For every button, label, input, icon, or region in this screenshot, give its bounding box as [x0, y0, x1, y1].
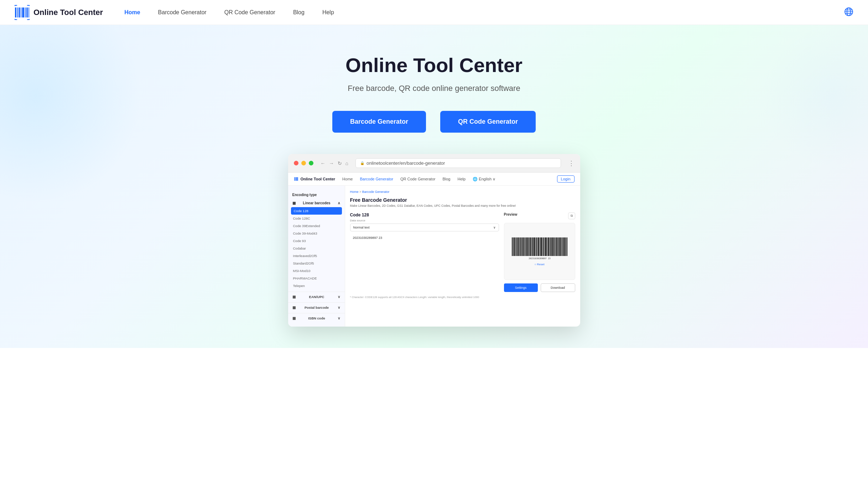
mockup-sidebar: Encoding type ▦ Linear barcodes ∧ Code 1…: [288, 186, 345, 327]
svg-rect-37: [530, 237, 531, 256]
data-source-select[interactable]: Normal text ∨: [350, 224, 499, 231]
refresh-icon[interactable]: ↻: [338, 160, 342, 166]
svg-rect-7: [28, 7, 29, 17]
mockup-nav-help[interactable]: Help: [457, 177, 466, 181]
mockup-nav-barcode[interactable]: Barcode Generator: [360, 177, 393, 181]
barcode-generator-button[interactable]: Barcode Generator: [332, 111, 426, 133]
svg-rect-5: [25, 7, 26, 17]
hero-section: Online Tool Center Free barcode, QR code…: [0, 25, 868, 348]
preview-copy-button[interactable]: ⧉: [568, 212, 575, 219]
svg-rect-55: [548, 237, 549, 256]
nav-blog[interactable]: Blog: [293, 9, 305, 16]
nav-home[interactable]: Home: [124, 9, 140, 16]
svg-rect-62: [556, 237, 556, 256]
sidebar-item-msi[interactable]: MSI-Mod10: [288, 267, 345, 275]
breadcrumb-current: Barcode Generator: [362, 190, 390, 194]
sidebar-item-code128c[interactable]: Code 128C: [288, 215, 345, 222]
hero-buttons: Barcode Generator QR Code Generator: [332, 111, 536, 133]
expand-icon2: ∨: [338, 306, 340, 309]
mockup-barcode-icon: [294, 176, 299, 181]
encoding-type-label: Encoding type: [288, 191, 345, 199]
svg-rect-21: [514, 237, 515, 256]
svg-rect-17: [297, 177, 297, 181]
svg-rect-34: [526, 237, 527, 256]
svg-rect-2: [19, 7, 20, 17]
ean-upc-header[interactable]: ▦ EAN/UPC ∨: [288, 292, 345, 300]
svg-text:20231030289897 23: 20231030289897 23: [529, 257, 551, 260]
browser-more-icon[interactable]: ⋮: [568, 159, 575, 167]
settings-button[interactable]: Settings: [504, 283, 538, 292]
qr-generator-button[interactable]: QR Code Generator: [440, 111, 536, 133]
mockup-nav-blog[interactable]: Blog: [442, 177, 450, 181]
back-icon[interactable]: ←: [321, 160, 326, 166]
svg-rect-54: [547, 237, 548, 256]
sidebar-item-pharmacade[interactable]: PHARMACADE: [288, 275, 345, 282]
postal-barcode-header[interactable]: ▦ Postal barcode ∨: [288, 302, 345, 311]
linear-barcodes-header[interactable]: ▦ Linear barcodes ∧: [288, 199, 345, 207]
mockup-logo-text: Online Tool Center: [301, 177, 336, 181]
preview-box: 20231030289897 23 ○ Reset: [504, 223, 575, 280]
svg-rect-60: [554, 237, 554, 256]
mockup-page-title: Free Barcode Generator: [350, 197, 575, 203]
mockup-login-button[interactable]: Login: [557, 175, 575, 183]
linear-barcodes-label: Linear barcodes: [303, 201, 330, 205]
svg-rect-73: [567, 237, 567, 256]
svg-rect-28: [521, 237, 521, 256]
logo-link[interactable]: Online Tool Center: [14, 5, 103, 20]
reset-button[interactable]: ○ Reset: [535, 263, 545, 266]
svg-rect-46: [539, 237, 540, 256]
svg-rect-38: [531, 237, 531, 256]
main-nav: Home Barcode Generator QR Code Generator…: [124, 9, 844, 16]
sidebar-item-codabar[interactable]: Codabar: [288, 245, 345, 252]
forward-icon[interactable]: →: [329, 160, 334, 166]
barcode-svg: 20231030289897 23: [511, 237, 568, 260]
svg-rect-48: [541, 237, 542, 256]
browser-addressbar[interactable]: 🔒 onlinetoolcenter/en/barcode-generator: [355, 158, 561, 168]
preview-header: Preview ⧉: [504, 212, 575, 219]
browser-controls: ← → ↻ ⌂: [321, 160, 348, 166]
sidebar-item-code39mod[interactable]: Code 39-Mod43: [288, 230, 345, 237]
svg-rect-36: [529, 237, 529, 256]
svg-rect-16: [296, 177, 297, 181]
svg-rect-1: [17, 7, 18, 17]
mockup-nav-home[interactable]: Home: [342, 177, 353, 181]
svg-rect-44: [537, 237, 537, 256]
svg-rect-32: [525, 237, 525, 256]
svg-rect-20: [513, 237, 513, 256]
hero-subtitle: Free barcode, QR code online generator s…: [348, 84, 520, 93]
svg-rect-64: [558, 237, 558, 256]
nav-help[interactable]: Help: [322, 9, 334, 16]
svg-rect-14: [295, 177, 295, 181]
expand-icon: ∨: [338, 295, 340, 299]
nav-qr[interactable]: QR Code Generator: [224, 9, 275, 16]
sidebar-item-interleaved[interactable]: Interleaved2Of5: [288, 252, 345, 260]
svg-rect-19: [512, 237, 513, 256]
browser-dot-red: [294, 161, 298, 165]
ean-icon: ▦: [292, 295, 296, 299]
isbn-header[interactable]: ▦ ISBN code ∨: [288, 313, 345, 322]
mockup-lang[interactable]: 🌐 English ∨: [473, 177, 495, 181]
svg-rect-49: [542, 237, 543, 256]
svg-rect-23: [516, 237, 516, 256]
sidebar-item-code128[interactable]: Code 128: [291, 207, 342, 215]
svg-rect-3: [21, 7, 21, 17]
home-icon[interactable]: ⌂: [345, 160, 348, 166]
postal-label: Postal barcode: [305, 306, 329, 309]
svg-rect-59: [552, 237, 553, 256]
sidebar-item-telepen[interactable]: Telepen: [288, 282, 345, 289]
sidebar-item-code39ext[interactable]: Code 39Extended: [288, 222, 345, 230]
svg-rect-61: [555, 237, 555, 256]
sidebar-item-standard[interactable]: Standard2Of5: [288, 260, 345, 267]
isbn-icon: ▦: [292, 316, 296, 320]
mockup-nav-qr[interactable]: QR Code Generator: [400, 177, 435, 181]
download-button[interactable]: Download: [541, 283, 575, 292]
isbn-label: ISBN code: [308, 316, 325, 320]
barcode-input[interactable]: 20231030289897 23: [350, 234, 499, 241]
postal-icon: ▦: [292, 306, 296, 309]
nav-barcode[interactable]: Barcode Generator: [158, 9, 207, 16]
globe-icon[interactable]: [844, 7, 854, 17]
sidebar-item-code93[interactable]: Code 93: [288, 237, 345, 245]
svg-rect-26: [519, 237, 519, 256]
breadcrumb-home[interactable]: Home: [350, 190, 359, 194]
svg-rect-35: [528, 237, 529, 256]
